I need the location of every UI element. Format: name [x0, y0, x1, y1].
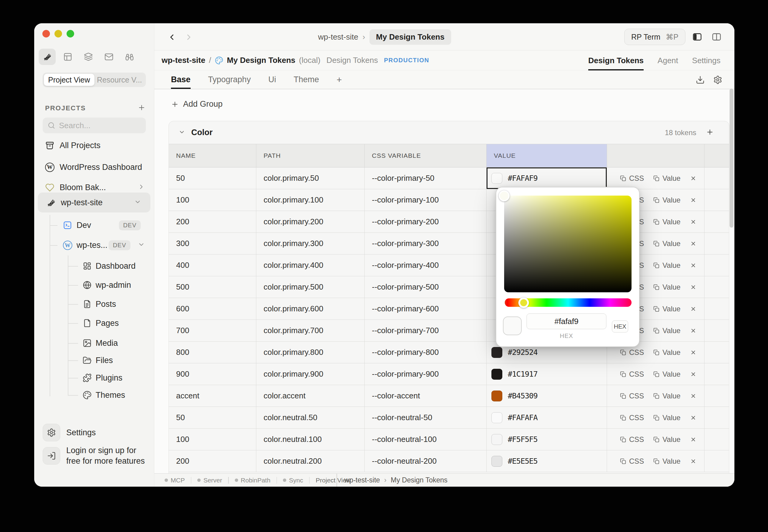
rail-binoculars-button[interactable]	[121, 49, 138, 65]
token-css-variable-cell[interactable]: --color-primary-200	[364, 211, 486, 232]
tree-item-files[interactable]: Files	[34, 352, 154, 369]
token-name-cell[interactable]: 600	[169, 298, 256, 320]
settings-label[interactable]: Settings	[66, 428, 96, 437]
copy-value-button[interactable]: Value	[653, 261, 681, 270]
scrollbar-thumb[interactable]	[730, 89, 734, 228]
add-group-button[interactable]: Add Group	[171, 99, 223, 109]
token-path-cell[interactable]: color.primary.400	[256, 255, 364, 276]
tree-item-dashboard[interactable]: Dashboard	[34, 258, 154, 274]
token-css-variable-cell[interactable]: --color-primary-500	[364, 276, 486, 298]
token-path-cell[interactable]: color.primary.300	[256, 233, 364, 254]
toggle-split-view-button[interactable]	[711, 32, 724, 43]
resource-view-toggle[interactable]: Resource V...	[94, 74, 145, 86]
rail-feather-button[interactable]	[39, 49, 56, 65]
title-project[interactable]: wp-test-site	[318, 32, 358, 42]
title-page-pill[interactable]: My Design Tokens	[369, 29, 451, 45]
search-input[interactable]	[59, 121, 141, 130]
settings-gear-button[interactable]	[713, 75, 722, 84]
tree-item-pages[interactable]: Pages	[34, 315, 154, 332]
delete-token-button[interactable]	[690, 371, 697, 378]
minimize-window-button[interactable]	[54, 30, 62, 37]
token-value-cell[interactable]: #1C1917	[486, 363, 607, 385]
tab-agent[interactable]: Agent	[658, 50, 678, 70]
tree-item-plugins[interactable]: Plugins	[34, 369, 154, 386]
copy-value-button[interactable]: Value	[653, 239, 681, 248]
copy-value-button[interactable]: Value	[653, 457, 681, 465]
settings-button[interactable]	[43, 424, 60, 441]
login-label[interactable]: Login or sign up for free for more featu…	[66, 445, 146, 466]
tree-item-dev[interactable]: DevDEV	[34, 217, 154, 234]
token-css-variable-cell[interactable]: --color-primary-900	[364, 363, 486, 385]
token-path-cell[interactable]: color.neutral.50	[256, 407, 364, 428]
token-css-variable-cell[interactable]: --color-primary-600	[364, 298, 486, 320]
copy-value-button[interactable]: Value	[653, 283, 681, 291]
delete-token-button[interactable]	[690, 218, 697, 225]
token-css-variable-cell[interactable]: --color-primary-400	[364, 255, 486, 276]
terminal-button[interactable]: RP Term ⌘P	[624, 29, 685, 45]
token-name-cell[interactable]: 500	[169, 276, 256, 298]
token-name-cell[interactable]: 200	[169, 211, 256, 232]
color-swatch[interactable]	[491, 456, 502, 467]
token-css-variable-cell[interactable]: --color-primary-100	[364, 189, 486, 211]
token-css-variable-cell[interactable]: --color-primary-700	[364, 320, 486, 341]
token-path-cell[interactable]: color.neutral.100	[256, 429, 364, 450]
copy-value-button[interactable]: Value	[653, 218, 681, 226]
token-value-cell[interactable]: #FAFAF9	[486, 167, 607, 189]
token-name-cell[interactable]: 200	[169, 450, 256, 472]
tab-design-tokens[interactable]: Design Tokens	[588, 50, 644, 70]
tab-settings[interactable]: Settings	[692, 50, 721, 70]
status-indicator-sync[interactable]: Sync	[283, 477, 303, 484]
copy-css-button[interactable]: CSS	[620, 392, 644, 400]
copy-css-button[interactable]: CSS	[620, 414, 644, 422]
close-window-button[interactable]	[42, 30, 50, 37]
delete-token-button[interactable]	[690, 240, 697, 247]
token-name-cell[interactable]: 50	[169, 167, 256, 189]
token-path-cell[interactable]: color.primary.700	[256, 320, 364, 341]
token-path-cell[interactable]: color.primary.600	[256, 298, 364, 320]
delete-token-button[interactable]	[690, 284, 697, 291]
color-swatch[interactable]	[491, 434, 502, 445]
collapse-group-button[interactable]	[178, 129, 185, 137]
token-set-tab-theme[interactable]: Theme	[294, 70, 319, 89]
token-name-cell[interactable]: 50	[169, 407, 256, 428]
token-name-cell[interactable]: 400	[169, 255, 256, 276]
add-project-button[interactable]	[138, 104, 145, 113]
column-header-name[interactable]: NAME	[169, 144, 256, 167]
tree-item-wp-tes-[interactable]: Wwp-tes...DEV	[34, 237, 154, 254]
download-button[interactable]	[696, 75, 705, 84]
delete-token-button[interactable]	[690, 414, 697, 421]
color-swatch[interactable]	[491, 391, 502, 401]
token-value-cell[interactable]: #E5E5E5	[486, 450, 607, 472]
add-token-button[interactable]	[706, 128, 714, 137]
copy-css-button[interactable]: CSS	[620, 457, 644, 465]
toggle-left-panel-button[interactable]	[692, 32, 704, 43]
breadcrumb-page[interactable]: My Design Tokens	[227, 56, 295, 65]
color-swatch[interactable]	[491, 173, 502, 184]
delete-token-button[interactable]	[690, 305, 697, 313]
token-css-variable-cell[interactable]: --color-primary-800	[364, 342, 486, 363]
status-indicator-robinpath[interactable]: RobinPath	[235, 477, 271, 484]
add-token-set-button[interactable]: +	[337, 70, 342, 89]
token-path-cell[interactable]: color.primary.800	[256, 342, 364, 363]
copy-value-button[interactable]: Value	[653, 305, 681, 313]
token-css-variable-cell[interactable]: --color-neutral-50	[364, 407, 486, 428]
sidebar-item-wordpress-dashboard[interactable]: WWordPress Dashboard	[34, 158, 154, 176]
token-value-cell[interactable]: #B45309	[486, 385, 607, 407]
column-header-path[interactable]: PATH	[256, 144, 364, 167]
tree-item-wp-admin[interactable]: wp-admin	[34, 277, 154, 294]
delete-token-button[interactable]	[690, 175, 697, 182]
project-view-toggle[interactable]: Project View	[44, 74, 94, 86]
rail-mail-button[interactable]	[100, 49, 117, 65]
hue-thumb[interactable]	[518, 297, 529, 308]
token-css-variable-cell[interactable]: --color-neutral-100	[364, 429, 486, 450]
tree-item-media[interactable]: Media	[34, 335, 154, 352]
token-path-cell[interactable]: color.primary.900	[256, 363, 364, 385]
login-button[interactable]	[43, 447, 60, 465]
chevron-down-icon[interactable]	[134, 198, 141, 207]
copy-value-button[interactable]: Value	[653, 326, 681, 335]
copy-value-button[interactable]: Value	[653, 196, 681, 204]
copy-value-button[interactable]: Value	[653, 370, 681, 378]
token-path-cell[interactable]: color.accent	[256, 385, 364, 407]
token-name-cell[interactable]: 800	[169, 342, 256, 363]
token-set-tab-typography[interactable]: Typography	[208, 70, 251, 89]
